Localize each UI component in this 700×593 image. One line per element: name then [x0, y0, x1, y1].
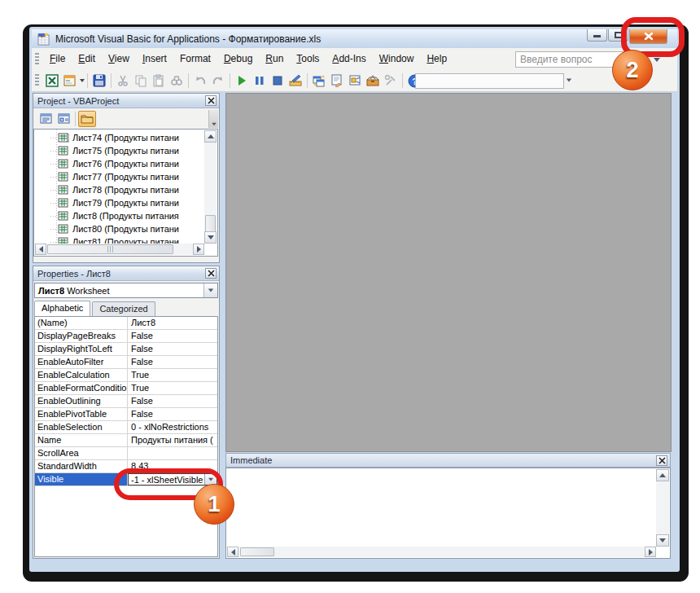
immediate-vertical-scrollbar[interactable] [656, 469, 669, 547]
run-icon[interactable] [233, 72, 251, 90]
scroll-right-button[interactable] [193, 244, 204, 255]
property-row-enableoutlining[interactable]: EnableOutliningFalse [35, 395, 217, 408]
view-excel-icon[interactable] [43, 72, 61, 90]
scrollbar-thumb[interactable] [240, 547, 274, 556]
design-mode-icon[interactable] [287, 72, 304, 90]
minimize-button[interactable] [587, 29, 607, 42]
cut-icon[interactable] [114, 72, 132, 90]
tree-item-sheet8[interactable]: Лист8 (Продукты питания [34, 209, 204, 222]
tree-item-sheet76[interactable]: Лист76 (Продукты питани [34, 157, 204, 170]
scroll-right-button[interactable] [645, 547, 656, 557]
toolbar-grip[interactable] [35, 74, 39, 87]
property-row-visible[interactable]: Visible -1 - xlSheetVisible [35, 473, 217, 486]
arrow-up-icon [659, 473, 666, 477]
menu-item-help[interactable]: Help [420, 50, 453, 68]
redo-icon[interactable] [209, 72, 227, 90]
immediate-panel-title: Immediate [230, 455, 272, 465]
reset-icon[interactable] [269, 72, 287, 90]
menu-item-debug[interactable]: Debug [217, 50, 259, 68]
scroll-up-button[interactable] [204, 130, 217, 143]
tab-alphabetic[interactable]: Alphabetic [34, 301, 90, 316]
scrollbar-thumb[interactable] [47, 244, 173, 254]
object-combo-box[interactable]: Лист8 Worksheet [34, 283, 218, 298]
visible-value-dropdown[interactable]: -1 - xlSheetVisible [128, 473, 217, 485]
worksheet-icon [58, 133, 69, 143]
copy-icon[interactable] [132, 72, 150, 90]
properties-window-icon[interactable] [328, 72, 346, 90]
property-row-enableformatconditions[interactable]: EnableFormatConditionTrue [35, 382, 217, 395]
properties-panel-close-button[interactable] [205, 268, 217, 279]
immediate-horizontal-scrollbar[interactable] [227, 547, 656, 557]
menu-item-addins[interactable]: Add-Ins [326, 50, 372, 68]
property-row-enablepivottable[interactable]: EnablePivotTableFalse [35, 408, 217, 421]
combo-dropdown-button[interactable] [203, 283, 217, 297]
immediate-content[interactable] [225, 468, 671, 559]
break-icon[interactable] [251, 72, 269, 90]
scroll-left-button[interactable] [227, 547, 238, 557]
scroll-down-button[interactable] [204, 231, 217, 244]
menubar-overflow-icon[interactable] [654, 58, 660, 62]
tree-item-sheet80[interactable]: Лист80 (Продукты питани [34, 222, 204, 235]
scroll-left-button[interactable] [35, 244, 46, 255]
paste-icon[interactable] [150, 72, 168, 90]
scroll-up-button[interactable] [656, 469, 669, 481]
properties-panel-titlebar[interactable]: Properties - Лист8 [33, 266, 219, 281]
tree-item-sheet74[interactable]: Лист74 (Продукты питани [34, 131, 204, 144]
tree-item-sheet78[interactable]: Лист78 (Продукты питани [34, 183, 204, 196]
view-code-icon[interactable] [37, 111, 55, 127]
tools-icon[interactable] [382, 72, 400, 90]
tree-item-sheet75[interactable]: Лист75 (Продукты питани [34, 144, 204, 157]
property-row-enablecalculation[interactable]: EnableCalculationTrue [35, 369, 217, 382]
menu-item-run[interactable]: Run [259, 50, 290, 68]
menu-item-insert[interactable]: Insert [136, 50, 173, 68]
scrollbar-thumb[interactable] [205, 215, 216, 233]
menubar-grip[interactable] [35, 53, 39, 66]
property-row-enableselection[interactable]: EnableSelection0 - xlNoRestrictions [35, 421, 217, 434]
maximize-button[interactable] [608, 29, 628, 42]
project-panel-title: Project - VBAProject [37, 96, 119, 106]
property-row-name[interactable]: (Name)Лист8 [35, 317, 217, 330]
tree-item-sheet79[interactable]: Лист79 (Продукты питани [34, 196, 204, 209]
find-icon[interactable] [168, 72, 186, 90]
menu-item-format[interactable]: Format [173, 50, 217, 68]
undo-icon[interactable] [191, 72, 209, 90]
property-row-standardwidth[interactable]: StandardWidth8,43 [35, 460, 217, 473]
immediate-panel-close-button[interactable] [656, 455, 667, 466]
scroll-down-button[interactable] [656, 534, 669, 547]
menu-item-file[interactable]: File [43, 50, 72, 68]
project-panel-close-button[interactable] [205, 95, 217, 106]
view-object-icon[interactable] [55, 111, 72, 127]
toggle-folders-icon[interactable] [78, 111, 96, 127]
menu-item-edit[interactable]: Edit [72, 50, 102, 68]
question-search-input[interactable] [515, 51, 644, 68]
tab-categorized[interactable]: Categorized [92, 301, 155, 316]
property-row-scrollarea[interactable]: ScrollArea [35, 447, 217, 460]
arrow-left-icon [231, 549, 235, 556]
immediate-panel-titlebar[interactable]: Immediate [225, 453, 671, 468]
dropdown-button[interactable] [204, 474, 217, 485]
object-browser-icon[interactable] [346, 72, 364, 90]
toolbox-icon[interactable] [364, 72, 382, 90]
project-panel-titlebar[interactable]: Project - VBAProject [33, 94, 219, 108]
property-row-name2[interactable]: NameПродукты питания ( [35, 434, 217, 447]
property-row-enableautofilter[interactable]: EnableAutoFilterFalse [35, 356, 217, 369]
project-explorer-icon[interactable] [310, 72, 328, 90]
tree-horizontal-scrollbar[interactable] [35, 244, 204, 255]
position-indicator-box[interactable] [415, 73, 564, 89]
mdi-background [225, 93, 672, 452]
property-row-displaypagebreaks[interactable]: DisplayPageBreaksFalse [35, 330, 217, 343]
tree-item-sheet77[interactable]: Лист77 (Продукты питани [34, 170, 204, 183]
worksheet-icon [58, 146, 69, 156]
minimize-icon [593, 35, 601, 37]
tree-vertical-scrollbar[interactable] [204, 130, 217, 244]
property-row-displayrighttoleft[interactable]: DisplayRightToLeftFalse [35, 343, 217, 356]
insert-userform-icon[interactable] [61, 72, 79, 90]
position-box-dropdown-icon[interactable] [567, 79, 571, 82]
project-toolbar-overflow[interactable] [208, 110, 218, 128]
close-button[interactable] [629, 29, 667, 44]
menu-item-window[interactable]: Window [373, 50, 421, 68]
save-icon[interactable] [90, 72, 108, 90]
menu-item-view[interactable]: View [102, 50, 136, 68]
menu-item-tools[interactable]: Tools [290, 50, 326, 68]
insert-dropdown-icon[interactable] [80, 79, 85, 82]
